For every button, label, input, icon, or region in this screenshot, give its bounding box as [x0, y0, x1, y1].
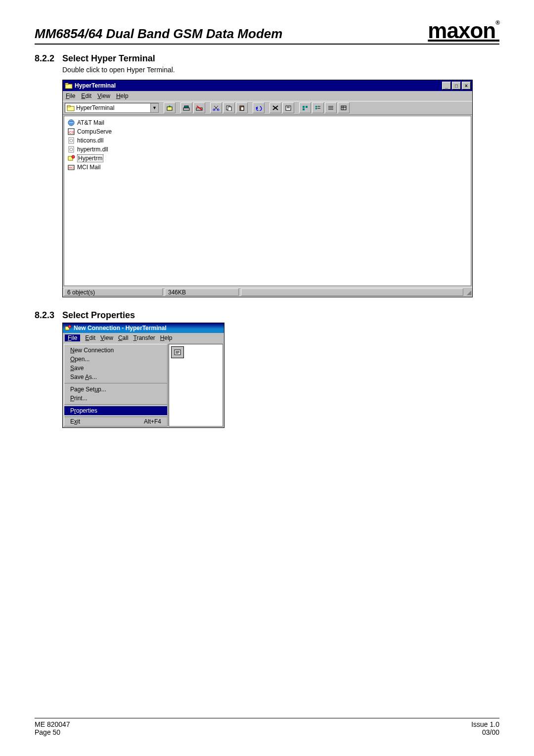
- address-text: HyperTerminal: [76, 104, 114, 111]
- menu-view[interactable]: View: [100, 334, 113, 341]
- section-8-2-2-heading: 8.2.2Select Hyper Terminal: [35, 53, 499, 64]
- globe-icon: [67, 119, 75, 127]
- svg-rect-4: [167, 107, 172, 110]
- list-item[interactable]: hypertrm.dll: [67, 145, 468, 154]
- cs-icon: CS: [67, 128, 75, 136]
- mci-icon: MCI: [67, 163, 75, 171]
- exit-shortcut: Alt+F4: [144, 418, 161, 425]
- svg-rect-34: [341, 106, 346, 110]
- status-empty: [241, 288, 463, 296]
- file-list[interactable]: AT&T Mail CS CompuServe hticons.dll hype…: [64, 116, 471, 286]
- map-drive-button[interactable]: [180, 102, 192, 113]
- close-button[interactable]: ×: [462, 82, 471, 90]
- statusbar: 6 object(s) 346KB ◢: [63, 287, 472, 297]
- minimize-button[interactable]: _: [442, 82, 451, 90]
- toolbar: HyperTerminal ▼: [63, 101, 472, 115]
- dropdown-icon[interactable]: ▼: [150, 103, 158, 112]
- list-item[interactable]: CS CompuServe: [67, 127, 468, 136]
- menu-file[interactable]: File: [66, 93, 75, 99]
- menuitem-exit[interactable]: Exit Alt+F4: [64, 417, 167, 426]
- footer-page-number: Page 50: [35, 728, 70, 736]
- file-name: hticons.dll: [77, 137, 103, 144]
- list-item[interactable]: AT&T Mail: [67, 118, 468, 127]
- svg-rect-15: [228, 107, 231, 111]
- status-size: 346KB: [165, 288, 239, 296]
- svg-rect-17: [241, 107, 244, 110]
- menu-edit[interactable]: Edit: [85, 334, 95, 341]
- svg-rect-25: [306, 106, 308, 108]
- svg-point-45: [72, 155, 75, 158]
- properties-button[interactable]: [282, 102, 294, 113]
- file-name: MCI Mail: [77, 164, 100, 171]
- svg-text:CS: CS: [69, 130, 74, 135]
- svg-rect-1: [65, 83, 68, 85]
- dll-icon: [67, 145, 75, 153]
- cut-button[interactable]: [210, 102, 222, 113]
- details-button[interactable]: [338, 102, 350, 113]
- delete-button[interactable]: [269, 102, 281, 113]
- disconnect-drive-button[interactable]: [193, 102, 205, 113]
- menuitem-print[interactable]: Print...: [64, 394, 167, 403]
- file-name: CompuServe: [77, 128, 112, 135]
- menu-help[interactable]: Help: [116, 93, 129, 99]
- file-name: hypertrm.dll: [77, 146, 108, 153]
- address-combo[interactable]: HyperTerminal ▼: [65, 103, 159, 113]
- menu-call[interactable]: Call: [118, 334, 129, 341]
- small-icons-button[interactable]: [312, 102, 324, 113]
- hyperterminal-folder-window: HyperTerminal _ □ × File Edit View Help …: [62, 80, 473, 297]
- toolbar-pane: [169, 344, 223, 426]
- list-item[interactable]: MCI MCI Mail: [67, 163, 468, 172]
- menuitem-save-as[interactable]: Save As...: [64, 373, 167, 381]
- menu-file[interactable]: File: [65, 334, 80, 341]
- svg-point-37: [68, 120, 74, 126]
- titlebar[interactable]: HyperTerminal _ □ ×: [63, 80, 472, 91]
- list-button[interactable]: [325, 102, 337, 113]
- menu-help[interactable]: Help: [160, 334, 173, 341]
- svg-rect-6: [183, 108, 189, 110]
- menuitem-page-setup[interactable]: Page Setup...: [64, 385, 167, 394]
- folder-open-icon: [67, 104, 75, 111]
- large-icons-button[interactable]: [299, 102, 311, 113]
- window-title: HyperTerminal: [75, 82, 442, 89]
- file-dropdown-menu: New Connection Open... Save Save As... P…: [64, 344, 168, 426]
- folder-icon: [65, 82, 73, 89]
- doc-title: MM6854/64 Dual Band GSM Data Modem: [35, 26, 282, 42]
- svg-rect-27: [315, 106, 317, 107]
- properties-toolbar-button[interactable]: [171, 346, 184, 358]
- menu-edit[interactable]: Edit: [81, 93, 91, 99]
- menu-transfer[interactable]: Transfer: [134, 334, 155, 341]
- menuitem-new-connection[interactable]: New Connection: [64, 346, 167, 355]
- footer-issue: Issue 1.0: [471, 720, 499, 728]
- dll-icon: [67, 137, 75, 144]
- svg-rect-26: [303, 108, 305, 110]
- section-8-2-2-body: Double click to open Hyper Terminal.: [62, 66, 499, 74]
- undo-button[interactable]: [253, 102, 265, 113]
- window-title: New Connection - HyperTerminal: [74, 325, 167, 331]
- menu-view[interactable]: View: [97, 93, 110, 99]
- svg-text:MCI: MCI: [69, 166, 74, 169]
- maximize-button[interactable]: □: [452, 82, 461, 90]
- menuitem-save[interactable]: Save: [64, 364, 167, 373]
- file-name: AT&T Mail: [77, 119, 104, 126]
- footer-doc-id: ME 820047: [35, 720, 70, 728]
- new-connection-window: New Connection - HyperTerminal File Edit…: [62, 323, 224, 428]
- copy-button[interactable]: [223, 102, 235, 113]
- menuitem-properties[interactable]: Properties: [64, 406, 167, 415]
- list-item[interactable]: Hypertrm: [67, 154, 468, 163]
- page-footer: ME 820047 Page 50 Issue 1.0 03/00: [35, 718, 499, 736]
- section-8-2-3-heading: 8.2.3Select Properties: [35, 310, 499, 321]
- list-item[interactable]: hticons.dll: [67, 136, 468, 145]
- menubar: File Edit View Help: [63, 91, 472, 101]
- brand-logo: maxon®: [428, 20, 499, 42]
- hypertrm-icon: [67, 154, 75, 162]
- svg-rect-24: [303, 106, 305, 108]
- paste-button[interactable]: [236, 102, 248, 113]
- resize-grip-icon[interactable]: ◢: [464, 287, 472, 297]
- titlebar[interactable]: New Connection - HyperTerminal: [63, 323, 224, 333]
- status-object-count: 6 object(s): [64, 288, 163, 296]
- menuitem-open[interactable]: Open...: [64, 355, 167, 364]
- menubar: File Edit View Call Transfer Help: [63, 333, 224, 343]
- footer-date: 03/00: [471, 728, 499, 736]
- doc-header: MM6854/64 Dual Band GSM Data Modem maxon…: [35, 20, 499, 45]
- up-one-level-button[interactable]: [164, 102, 176, 113]
